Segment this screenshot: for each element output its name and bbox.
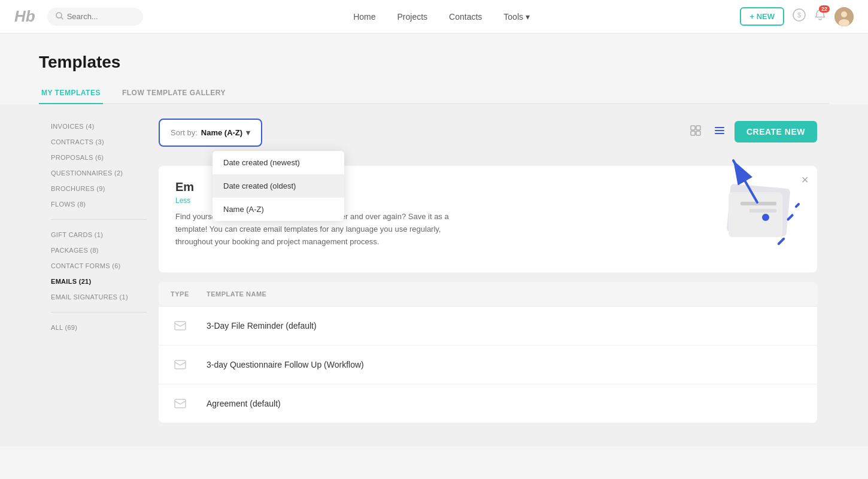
tab-flow-template-gallery[interactable]: FLOW TEMPLATE GALLERY [120, 83, 228, 104]
email-icon [171, 394, 190, 413]
svg-rect-7 [691, 126, 695, 130]
banner-illustration [705, 180, 800, 258]
sidebar-item-email-signatures[interactable]: EMAIL SIGNATURES (1) [51, 289, 147, 305]
nav-home[interactable]: Home [353, 12, 375, 22]
sort-by-dropdown[interactable]: Name (A-Z) ▾ [201, 128, 250, 137]
sidebar-item-contracts[interactable]: CONTRACTS (3) [51, 134, 147, 150]
svg-point-5 [841, 11, 847, 17]
sidebar-item-brochures[interactable]: BROCHURES (9) [51, 181, 147, 196]
sidebar-item-gift-cards[interactable]: GIFT CARDS (1) [51, 227, 147, 242]
dollar-icon-button[interactable]: $ [793, 8, 806, 25]
nav-right: + NEW $ 22 [740, 7, 854, 26]
list-view-button[interactable] [711, 122, 729, 143]
nav-contacts[interactable]: Contacts [449, 12, 482, 22]
create-new-button[interactable]: CREATE NEW [735, 121, 817, 143]
table-row[interactable]: Agreement (default) [159, 384, 817, 423]
content-wrapper: INVOICES (4) CONTRACTS (3) PROPOSALS (6)… [39, 119, 829, 423]
email-icon [171, 355, 190, 374]
grid-view-button[interactable] [687, 122, 705, 143]
notifications-button[interactable]: 22 [814, 9, 826, 24]
search-icon [56, 11, 63, 22]
sort-dropdown-menu: Date created (newest) Date created (olde… [213, 151, 344, 221]
template-table: TYPE TEMPLATE NAME [159, 282, 817, 423]
tab-my-templates[interactable]: MY TEMPLATES [39, 83, 103, 104]
dropdown-option-newest[interactable]: Date created (newest) [213, 151, 344, 174]
search-input[interactable] [67, 12, 139, 21]
sidebar-divider-2 [51, 312, 147, 313]
column-header-type: TYPE [171, 290, 207, 298]
banner-close-button[interactable]: ✕ [801, 174, 809, 186]
svg-rect-10 [696, 131, 700, 135]
dropdown-option-oldest[interactable]: Date created (oldest) [213, 174, 344, 198]
user-avatar[interactable] [834, 7, 854, 26]
sidebar-item-proposals[interactable]: PROPOSALS (6) [51, 150, 147, 165]
table-row[interactable]: 3-day Questionnaire Follow Up (Workflow) [159, 345, 817, 384]
dropdown-option-name[interactable]: Name (A-Z) [213, 198, 344, 221]
search-bar[interactable] [47, 8, 143, 26]
top-nav: Hb Home Projects Contacts Tools ▾ + NEW … [0, 0, 868, 34]
table-header: TYPE TEMPLATE NAME [159, 282, 817, 307]
sidebar-item-all[interactable]: ALL (69) [51, 320, 147, 335]
email-icon [171, 316, 190, 335]
row-template-name: Agreement (default) [207, 399, 805, 408]
sidebar-item-invoices[interactable]: INVOICES (4) [51, 119, 147, 134]
main-content: Sort by: Name (A-Z) ▾ Date created (newe… [159, 119, 829, 423]
sort-toolbar: Sort by: Name (A-Z) ▾ [159, 119, 262, 147]
table-row[interactable]: 3-Day File Reminder (default) [159, 307, 817, 345]
sidebar-item-emails[interactable]: EMAILS (21) [51, 274, 147, 289]
page-container: Templates MY TEMPLATES FLOW TEMPLATE GAL… [15, 34, 853, 104]
svg-rect-17 [175, 399, 186, 408]
sidebar-item-contact-forms[interactable]: CONTACT FORMS (6) [51, 258, 147, 274]
sidebar: INVOICES (4) CONTRACTS (3) PROPOSALS (6)… [39, 119, 159, 423]
column-header-name: TEMPLATE NAME [207, 290, 805, 298]
sidebar-divider-1 [51, 219, 147, 220]
row-type-icon-cell [171, 316, 207, 335]
svg-rect-9 [691, 131, 695, 135]
svg-rect-15 [175, 322, 186, 330]
new-button[interactable]: + NEW [740, 7, 784, 26]
app-logo: Hb [14, 7, 35, 26]
svg-text:$: $ [797, 11, 801, 19]
row-type-icon-cell [171, 394, 207, 413]
notification-badge: 22 [819, 5, 830, 13]
nav-projects[interactable]: Projects [397, 12, 427, 22]
chevron-down-icon: ▾ [526, 12, 530, 22]
sort-by-label: Sort by: [171, 128, 198, 137]
row-type-icon-cell [171, 355, 207, 374]
row-template-name: 3-day Questionnaire Follow Up (Workflow) [207, 360, 805, 369]
sidebar-item-questionnaires[interactable]: QUESTIONNAIRES (2) [51, 165, 147, 181]
svg-rect-8 [696, 126, 700, 130]
page-title: Templates [39, 53, 829, 72]
row-template-name: 3-Day File Reminder (default) [207, 321, 805, 331]
sidebar-item-packages[interactable]: PACKAGES (8) [51, 242, 147, 258]
nav-tools[interactable]: Tools ▾ [503, 12, 530, 22]
svg-point-6 [839, 19, 849, 26]
sidebar-item-flows[interactable]: FLOWS (8) [51, 196, 147, 212]
nav-links: Home Projects Contacts Tools ▾ [143, 12, 740, 22]
chevron-down-icon: ▾ [246, 128, 250, 137]
svg-line-1 [60, 17, 62, 19]
svg-rect-16 [175, 360, 186, 369]
tabs: MY TEMPLATES FLOW TEMPLATE GALLERY [39, 83, 829, 104]
